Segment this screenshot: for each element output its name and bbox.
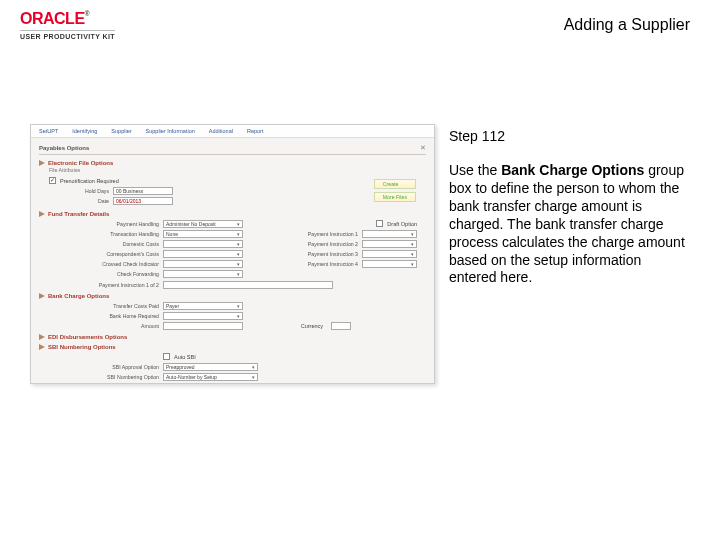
ft-l4: Crossed Check Indicator — [49, 261, 159, 267]
section-edi-title[interactable]: EDI Disbursements Options — [39, 331, 426, 341]
step-description: Use the Bank Charge Options group box to… — [449, 162, 689, 287]
autosbi-label: Auto SBI — [174, 354, 196, 360]
autosbi-checkbox[interactable] — [163, 353, 170, 360]
brand-tm: ® — [85, 10, 90, 17]
ft-r1: Payment Instruction 2 — [273, 241, 358, 247]
bco-l2: Amount — [49, 323, 159, 329]
ft-rv0[interactable]: ▾ — [362, 230, 417, 238]
date-label: Date — [49, 198, 109, 204]
slide-title: Adding a Supplier — [564, 16, 690, 34]
ft-v0[interactable]: Administer No Deposit▾ — [163, 220, 243, 228]
tab-0[interactable]: SetUPT — [39, 128, 58, 134]
sbi-v0[interactable]: Preapproved▾ — [163, 363, 258, 371]
desc-post: group box to define the person to whom t… — [449, 162, 685, 285]
section-ft-title[interactable]: Fund Transfer Details — [39, 208, 426, 218]
ft-v2[interactable]: ▾ — [163, 240, 243, 248]
section-eft-title[interactable]: Electronic File Options — [39, 157, 426, 167]
ft-r0: Payment Instruction 1 — [273, 231, 358, 237]
page-title: Payables Options — [39, 145, 89, 151]
bco-v0[interactable]: Payer▾ — [163, 302, 243, 310]
more-files-button[interactable]: More Files — [374, 192, 416, 202]
desc-bold: Bank Charge Options — [501, 162, 644, 178]
pi-value[interactable] — [163, 281, 333, 289]
section-bco-title[interactable]: Bank Charge Options — [39, 290, 426, 300]
prenote-checkbox[interactable] — [49, 177, 56, 184]
tab-1[interactable]: Identifying — [72, 128, 97, 134]
sbi-l0: SBI Approval Option — [49, 364, 159, 370]
draft-checkbox[interactable] — [376, 220, 383, 227]
ft-r3: Payment Instruction 4 — [273, 261, 358, 267]
create-button[interactable]: Create — [374, 179, 416, 189]
brand-block: ORACLE® USER PRODUCTIVITY KIT — [20, 10, 115, 40]
pi-label: Payment Instruction 1 of 2 — [49, 282, 159, 288]
prenote-label: Prenotification Required — [60, 178, 119, 184]
bco-v2[interactable] — [163, 322, 243, 330]
cur-value[interactable] — [331, 322, 351, 330]
tab-2[interactable]: Supplier — [111, 128, 131, 134]
bco-l0: Transfer Costs Paid — [49, 303, 159, 309]
embedded-screenshot: SetUPT Identifying Supplier Supplier Inf… — [30, 124, 435, 384]
ft-rv2[interactable]: ▾ — [362, 250, 417, 258]
draft-label: Draft Option — [387, 221, 417, 227]
slide-header: ORACLE® USER PRODUCTIVITY KIT Adding a S… — [0, 0, 720, 44]
ft-l5: Check Forwarding — [49, 271, 159, 277]
bco-l1: Bank Home Required — [49, 313, 159, 319]
close-icon[interactable]: ✕ — [420, 144, 426, 152]
tab-3[interactable]: Supplier Information — [146, 128, 195, 134]
cur-label: Currency — [247, 323, 327, 329]
sbi-v1[interactable]: Auto-Number by Setup▾ — [163, 373, 258, 381]
screenshot-body: Payables Options ✕ Electronic File Optio… — [31, 138, 434, 384]
ft-l3: Correspondent's Costs — [49, 251, 159, 257]
hold-value[interactable]: 00 Business — [113, 187, 173, 195]
page-title-bar: Payables Options ✕ — [39, 142, 426, 155]
instruction-panel: Step 112 Use the Bank Charge Options gro… — [449, 124, 690, 287]
step-label: Step 112 — [449, 128, 690, 144]
brand-name: ORACLE — [20, 10, 85, 27]
tab-4[interactable]: Additional — [209, 128, 233, 134]
ft-v3[interactable]: ▾ — [163, 250, 243, 258]
ft-v1[interactable]: None▾ — [163, 230, 243, 238]
brand-subline: USER PRODUCTIVITY KIT — [20, 30, 115, 40]
oracle-logo: ORACLE® — [20, 10, 115, 28]
ft-r2: Payment Instruction 3 — [273, 251, 358, 257]
desc-pre: Use the — [449, 162, 501, 178]
ft-l0: Payment Handling — [49, 221, 159, 227]
date-value[interactable]: 06/01/2013 — [113, 197, 173, 205]
bco-v1[interactable]: ▾ — [163, 312, 243, 320]
section-sbi-title[interactable]: SBI Numbering Options — [39, 341, 426, 351]
ft-rv1[interactable]: ▾ — [362, 240, 417, 248]
hold-label: Hold Days — [49, 188, 109, 194]
ft-l2: Domestic Costs — [49, 241, 159, 247]
ft-l1: Transaction Handling — [49, 231, 159, 237]
content-row: SetUPT Identifying Supplier Supplier Inf… — [0, 44, 720, 384]
breadcrumb-tabs: SetUPT Identifying Supplier Supplier Inf… — [31, 125, 434, 138]
sbi-l1: SBI Numbering Option — [49, 374, 159, 380]
ft-v4[interactable]: ▾ — [163, 260, 243, 268]
chevron-down-icon: ▾ — [237, 221, 240, 227]
ft-rv3[interactable]: ▾ — [362, 260, 417, 268]
ft-v5[interactable]: ▾ — [163, 270, 243, 278]
tab-5[interactable]: Report — [247, 128, 264, 134]
